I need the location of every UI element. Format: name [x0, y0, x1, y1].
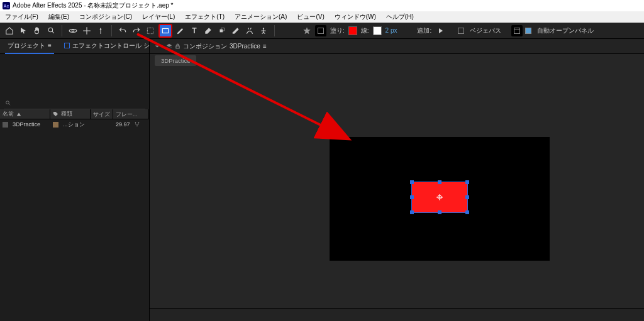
undo-tool-icon[interactable] — [117, 25, 128, 36]
roto-tool-icon[interactable] — [244, 25, 255, 36]
brush-tool-icon[interactable] — [203, 25, 214, 36]
menu-bar: ファイル(F) 編集(E) コンポジション(C) レイヤー(L) エフェクト(T… — [0, 11, 644, 23]
menu-animation[interactable]: アニメーション(A) — [230, 13, 292, 21]
clone-tool-icon[interactable] — [216, 25, 228, 36]
svg-rect-3 — [147, 28, 153, 33]
app-icon: Ae — [3, 2, 10, 9]
menu-window[interactable]: ウィンドウ(W) — [330, 13, 381, 21]
menu-file[interactable]: ファイル(F) — [0, 13, 43, 21]
viewer-panel: コンポジション 3DPractice ≡ 3DPractice — [150, 39, 644, 321]
toolbar: T 塗り: 線: 2 px 追加: ベジェパス 自動オープンパネル — [0, 23, 644, 39]
bezier-checkbox[interactable] — [458, 28, 464, 34]
handle-top-mid[interactable] — [438, 180, 441, 184]
autoopen-label: 自動オープンパネル — [537, 26, 594, 35]
toolbar-separator — [62, 25, 62, 36]
star-icon[interactable] — [301, 25, 313, 36]
anchor-tool-icon[interactable] — [95, 25, 106, 36]
redo-tool-icon[interactable] — [131, 25, 142, 36]
toolbar-separator — [274, 25, 275, 36]
flow-icon — [134, 121, 140, 128]
chevron-down-icon[interactable] — [155, 44, 160, 49]
viewer-tab-menu-icon[interactable]: ≡ — [263, 43, 267, 50]
handle-bottom-right[interactable] — [465, 210, 469, 214]
tab-project[interactable]: プロジェクト ≡ — [5, 39, 54, 54]
puppet-tool-icon[interactable] — [258, 25, 269, 36]
hand-tool-icon[interactable] — [31, 25, 43, 36]
project-search-input[interactable] — [10, 99, 145, 106]
menu-layer[interactable]: レイヤー(L) — [137, 13, 180, 21]
project-panel-tabs: プロジェクト ≡ エフェクトコントロール シェイプレイヤ » — [0, 39, 149, 54]
handle-top-left[interactable] — [410, 180, 414, 184]
menu-edit[interactable]: 編集(E) — [43, 13, 74, 21]
layer-color-icon — [64, 43, 70, 48]
col-type[interactable]: 種類 — [50, 109, 91, 119]
fill-label: 塗り: — [330, 26, 345, 35]
autoopen-checkbox[interactable] — [525, 28, 531, 34]
menu-effect[interactable]: エフェクト(T) — [180, 13, 230, 21]
handle-bottom-left[interactable] — [410, 210, 414, 214]
menu-help[interactable]: ヘルプ(H) — [381, 13, 419, 21]
search-icon — [5, 100, 11, 106]
panel-icon[interactable] — [511, 25, 523, 36]
home-tool-icon[interactable] — [4, 25, 15, 36]
snap-tool-icon[interactable] — [145, 25, 156, 36]
sort-asc-icon — [16, 112, 21, 117]
svg-point-13 — [136, 126, 138, 127]
project-empty-area — [0, 129, 149, 321]
snapping-icon[interactable] — [315, 25, 326, 36]
composition-canvas[interactable] — [330, 137, 550, 261]
fill-color-swatch[interactable] — [348, 26, 357, 35]
menu-composition[interactable]: コンポジション(C) — [74, 13, 137, 21]
handle-top-right[interactable] — [465, 180, 469, 184]
viewer-footer-bar — [150, 308, 644, 321]
svg-point-7 — [263, 28, 264, 29]
svg-point-1 — [72, 30, 74, 32]
svg-rect-9 — [514, 28, 520, 33]
text-tool-icon[interactable]: T — [189, 25, 200, 36]
project-row[interactable]: 3DPractice ...ション 29.97 — [0, 119, 149, 129]
row-type: ...ション — [63, 121, 85, 129]
handle-mid-right[interactable] — [465, 195, 469, 199]
project-columns-header: 名前 種類 サイズ フレー... — [0, 109, 149, 119]
viewer-breadcrumb: 3DPractice — [150, 54, 644, 68]
svg-rect-8 — [318, 28, 324, 33]
svg-point-11 — [135, 122, 136, 124]
svg-point-12 — [138, 122, 139, 124]
selection-tool-icon[interactable] — [18, 25, 29, 36]
main-area: プロジェクト ≡ エフェクトコントロール シェイプレイヤ » 名前 種類 サイズ… — [0, 39, 644, 321]
tag-icon — [53, 111, 58, 117]
col-size[interactable]: サイズ — [91, 109, 113, 119]
svg-rect-14 — [176, 46, 179, 48]
bezier-label: ベジェパス — [470, 26, 501, 35]
handle-bottom-mid[interactable] — [438, 210, 441, 214]
add-play-icon[interactable] — [435, 25, 447, 36]
pen-tool-icon[interactable] — [175, 25, 186, 36]
tab-menu-icon[interactable]: ≡ — [48, 42, 52, 49]
tab-project-label: プロジェクト — [8, 41, 45, 50]
stroke-label: 線: — [361, 26, 369, 35]
pan-behind-tool-icon[interactable] — [81, 25, 92, 36]
breadcrumb-comp[interactable]: 3DPractice — [155, 55, 196, 66]
eraser-tool-icon[interactable] — [230, 25, 242, 36]
orbit-tool-icon[interactable] — [67, 25, 79, 36]
project-search — [4, 97, 145, 109]
zoom-tool-icon[interactable] — [45, 25, 57, 36]
col-rate[interactable]: フレー... — [113, 109, 149, 119]
lock-icon — [175, 43, 180, 49]
svg-rect-4 — [162, 28, 168, 33]
window-title: Adobe After Effects 2025 - 名称未設定プロジェクト.a… — [13, 1, 173, 10]
tab-composition-viewer[interactable]: コンポジション 3DPractice ≡ — [165, 40, 268, 53]
rectangle-tool-icon[interactable] — [158, 24, 172, 38]
viewer-tab-name: 3DPractice — [230, 43, 260, 50]
project-panel: プロジェクト ≡ エフェクトコントロール シェイプレイヤ » 名前 種類 サイズ… — [0, 39, 150, 321]
anchor-point-icon[interactable] — [436, 194, 443, 200]
menu-view[interactable]: ビュー(V) — [292, 13, 329, 21]
stroke-color-swatch[interactable] — [373, 26, 382, 35]
viewer-tab-prefix: コンポジション — [183, 42, 227, 51]
window-titlebar: Ae Adobe After Effects 2025 - 名称未設定プロジェク… — [0, 0, 644, 11]
handle-mid-left[interactable] — [410, 195, 414, 199]
col-name[interactable]: 名前 — [0, 109, 50, 119]
shape-rectangle[interactable] — [411, 182, 468, 213]
stroke-width-value[interactable]: 2 px — [386, 27, 397, 34]
viewer-stage[interactable] — [150, 68, 644, 321]
